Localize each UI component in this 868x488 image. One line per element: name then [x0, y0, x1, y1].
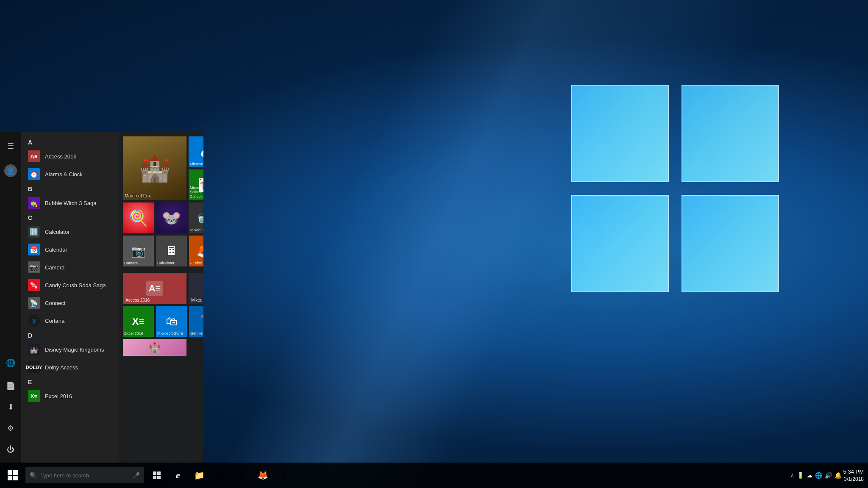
tray-icons: ∧ 🔋 ☁ 🌐 🔊 🔔 — [790, 472, 842, 479]
taskbar: 🔍 🎤 e 📁 🛍 ✉ 🦊 ⚙ ∧ 🔋 ☁ 🌐 🔊 🔔 — [0, 463, 868, 488]
tile-edge-label: Microsoft Edge — [190, 162, 203, 166]
app-item-disney[interactable]: 🏰 Disney Magic Kingdoms — [21, 341, 119, 358]
start-button[interactable] — [0, 463, 25, 488]
hamburger-menu-icon[interactable]: ☰ — [1, 136, 20, 156]
section-letter-a: A — [21, 136, 119, 147]
settings-taskbar-icon[interactable]: ⚙ — [274, 463, 294, 488]
system-clock[interactable]: 5:34 PM 3/1/2018 — [843, 468, 864, 483]
tile-mixed-reality-small[interactable]: 🥽 Mixed Reality... — [189, 202, 203, 233]
tile-excel[interactable]: X≡ Excel 2016 — [123, 306, 154, 337]
section-letter-e: E — [21, 376, 119, 387]
tile-access-label: Access 2016 — [125, 298, 150, 302]
edge-taskbar-icon[interactable]: e — [168, 463, 188, 488]
tile-mixed-reality-med[interactable]: 🥽 Mixed Reality... — [189, 273, 203, 304]
taskbar-search-bar[interactable]: 🔍 🎤 — [25, 467, 144, 483]
start-sidebar: ☰ 👤 🌐 📄 ⬇ ⚙ ⏻ — [0, 132, 21, 463]
tile-get-help[interactable]: ❓ Get Help — [189, 306, 203, 337]
app-item-dolby[interactable]: DOLBY Dolby Access — [21, 358, 119, 376]
tile-camera-label: Camera — [124, 261, 138, 265]
tile-march-of-empires[interactable]: 🏰 March of Em... — [123, 136, 186, 200]
app-item-alarms[interactable]: ⏰ Alarms & Clock — [21, 165, 119, 183]
camera-list-icon: 📷 — [28, 261, 40, 273]
svg-rect-0 — [153, 471, 156, 475]
store-taskbar-icon[interactable]: 🛍 — [210, 463, 231, 488]
clock-time: 5:34 PM — [843, 468, 864, 476]
tile-calculator-label: Calculator — [157, 261, 175, 265]
downloads-icon[interactable]: ⬇ — [1, 397, 20, 417]
tray-volume-icon[interactable]: 🔊 — [825, 472, 832, 479]
start-tiles-panel: 🏰 March of Em... e Microsoft Edge 🃏 Micr… — [119, 132, 203, 463]
tile-firefox-label: Firefox — [190, 261, 202, 265]
tile-edge[interactable]: e Microsoft Edge — [189, 136, 203, 167]
tray-notifications-icon[interactable]: 🔔 — [835, 472, 842, 479]
tile-ms-store[interactable]: 🛍 Microsoft Store — [156, 306, 187, 337]
clock-date: 3/1/2018 — [843, 476, 864, 483]
tiles-row-4: A≡ Access 2016 🥽 Mixed Reality... DOLBY — [123, 273, 199, 304]
app-item-candy[interactable]: 🍬 Candy Crush Soda Saga — [21, 276, 119, 294]
start-menu: ☰ 👤 🌐 📄 ⬇ ⚙ ⏻ A A≡ Access 2016 ⏰ Alarms … — [0, 132, 203, 463]
app-label-excel: Excel 2016 — [45, 393, 72, 399]
tiles-row-3: 📷 Camera 🖩 Calculator 🦊 Firefox — [123, 236, 199, 266]
app-item-cortana[interactable]: ◎ Cortana — [21, 312, 119, 330]
app-item-bubble[interactable]: 🧙 Bubble Witch 3 Saga — [21, 194, 119, 212]
user-profile-icon[interactable]: 👤 — [1, 161, 20, 180]
section-letter-b: B — [21, 183, 119, 194]
app-item-connect[interactable]: 📡 Connect — [21, 294, 119, 312]
tile-camera[interactable]: 📷 Camera — [123, 236, 154, 266]
tile-magic-kingdoms-partial[interactable]: 🏰 — [123, 339, 186, 356]
app-item-excel[interactable]: X≡ Excel 2016 — [21, 387, 119, 405]
network-globe-icon[interactable]: 🌐 — [1, 353, 20, 373]
tile-candy-crush[interactable]: 🍭 — [123, 202, 154, 233]
tile-access-2016[interactable]: A≡ Access 2016 — [123, 273, 186, 304]
tile-firefox[interactable]: 🦊 Firefox — [189, 236, 203, 266]
app-label-disney: Disney Magic Kingdoms — [45, 347, 104, 353]
svg-rect-3 — [157, 476, 161, 479]
disney-icon: 🏰 — [28, 344, 40, 355]
section-letter-d: D — [21, 330, 119, 341]
tray-chevron-icon[interactable]: ∧ — [790, 472, 794, 478]
svg-rect-1 — [157, 471, 161, 475]
app-item-calculator[interactable]: 🔢 Calculator — [21, 223, 119, 241]
app-label-calendar: Calendar — [45, 247, 67, 253]
firefox-taskbar-icon[interactable]: 🦊 — [253, 463, 273, 488]
tiles-row-2: 🍭 🐭 🥽 Mixed Reality... — [123, 202, 199, 233]
windows-logo-desktop — [571, 85, 783, 297]
cortana-icon: ◎ — [28, 315, 40, 327]
tiles-row-6: 🏰 — [123, 339, 199, 356]
documents-icon[interactable]: 📄 — [1, 376, 20, 396]
tile-solitaire[interactable]: 🃏 Microsoft Solitaire Collection — [189, 169, 203, 200]
file-explorer-taskbar-icon[interactable]: 📁 — [189, 463, 209, 488]
tiles-row-5: X≡ Excel 2016 🛍 Microsoft Store ❓ Get He… — [123, 306, 199, 337]
app-item-calendar[interactable]: 📅 Calendar — [21, 241, 119, 258]
taskbar-pinned-icons: e 📁 🛍 ✉ 🦊 ⚙ — [147, 463, 294, 488]
tiles-row-1: 🏰 March of Em... e Microsoft Edge 🃏 Micr… — [123, 136, 199, 200]
tile-calculator[interactable]: 🖩 Calculator — [156, 236, 187, 266]
tile-disney-kingdoms[interactable]: 🐭 — [156, 202, 187, 233]
app-label-alarms: Alarms & Clock — [45, 171, 83, 177]
tile-march-label: March of Em... — [125, 193, 153, 198]
dolby-list-icon: DOLBY — [28, 361, 40, 373]
search-icon: 🔍 — [30, 472, 37, 479]
bubble-witch-icon: 🧙 — [28, 197, 40, 209]
tile-mixed-reality-med-label: Mixed Reality... — [191, 298, 203, 302]
app-label-cortana: Cortana — [45, 318, 64, 324]
tray-battery-icon: 🔋 — [797, 472, 804, 479]
tile-ms-store-label: Microsoft Store — [157, 331, 183, 336]
settings-sidebar-icon[interactable]: ⚙ — [1, 419, 20, 438]
tray-onedrive-icon: ☁ — [807, 472, 812, 479]
windows-start-icon — [8, 470, 18, 480]
power-sidebar-icon[interactable]: ⏻ — [1, 440, 20, 459]
app-item-camera[interactable]: 📷 Camera — [21, 258, 119, 276]
microphone-icon[interactable]: 🎤 — [133, 472, 140, 479]
search-input[interactable] — [40, 472, 125, 479]
app-label-camera: Camera — [45, 264, 64, 271]
app-label-dolby: Dolby Access — [45, 364, 78, 371]
calendar-icon: 📅 — [28, 244, 40, 255]
app-item-access[interactable]: A≡ Access 2016 — [21, 147, 119, 165]
app-label-access: Access 2016 — [45, 153, 76, 160]
connect-icon: 📡 — [28, 297, 40, 309]
task-view-button[interactable] — [147, 463, 167, 488]
access-icon: A≡ — [28, 150, 40, 162]
mail-taskbar-icon[interactable]: ✉ — [231, 463, 252, 488]
start-app-list: A A≡ Access 2016 ⏰ Alarms & Clock B 🧙 Bu… — [21, 132, 119, 463]
